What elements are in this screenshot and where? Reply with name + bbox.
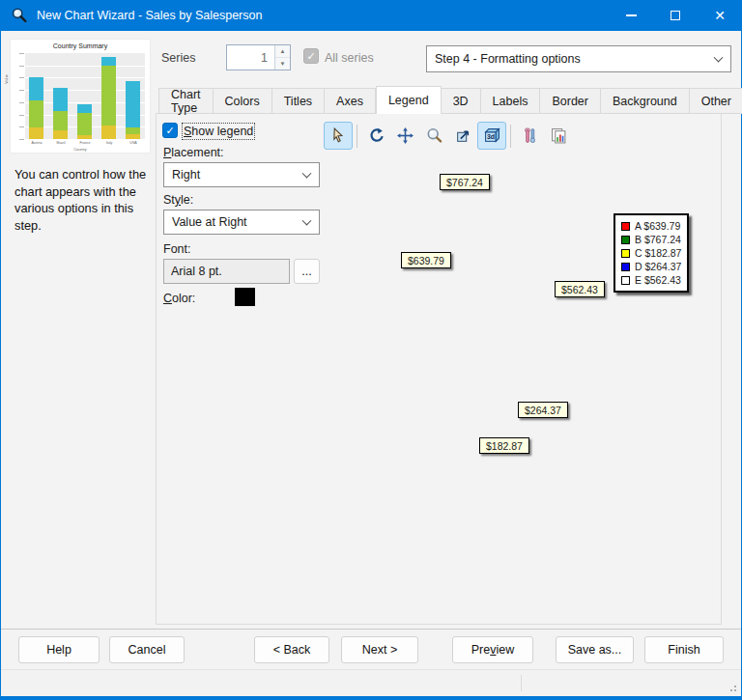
legend-item-label: B $767.24 xyxy=(635,234,681,245)
spinner-up-icon[interactable]: ▲ xyxy=(275,45,290,58)
back-button[interactable]: < Back xyxy=(254,636,329,663)
thumbnail-bar xyxy=(29,77,43,139)
tab-background[interactable]: Background xyxy=(601,88,690,114)
font-field: Arial 8 pt. xyxy=(163,259,290,284)
thumbnail-x-tick-label: Brazil xyxy=(54,141,68,145)
thumbnail-y-axis-label: Value xyxy=(5,74,9,84)
thumbnail-bar-segment xyxy=(53,88,68,111)
help-button[interactable]: Help xyxy=(18,636,100,663)
tab-colors[interactable]: Colors xyxy=(214,88,272,114)
footer-separator xyxy=(1,629,741,630)
cube-3d-tool-button[interactable]: 3d xyxy=(477,122,506,150)
cursor-tool-button[interactable] xyxy=(324,122,353,150)
close-button[interactable]: ✕ xyxy=(698,0,742,31)
legend-item-label: E $562.43 xyxy=(635,274,681,286)
step-selector-combobox[interactable]: Step 4 - Formatting options xyxy=(426,45,731,72)
thumbnail-chart-title: Country Summary xyxy=(11,42,150,49)
thumbnail-bar-segment xyxy=(53,130,68,139)
tab-other[interactable]: Other xyxy=(690,88,742,114)
tab-titles[interactable]: Titles xyxy=(272,88,325,114)
style-value: Value at Right xyxy=(172,215,247,229)
font-value: Arial 8 pt. xyxy=(171,265,222,278)
font-browse-button[interactable]: ... xyxy=(294,259,320,284)
legend-item: B $767.24 xyxy=(615,233,687,246)
thumbnail-bar-segment xyxy=(29,77,43,100)
placement-combobox[interactable]: Right xyxy=(163,162,320,187)
placement-label: Placement: xyxy=(163,146,224,159)
resize-grip[interactable] xyxy=(727,682,736,691)
tab-axes[interactable]: Axes xyxy=(325,88,376,114)
font-color-swatch[interactable] xyxy=(235,288,255,306)
thumbnail-x-axis-label: Country xyxy=(35,148,126,152)
tab-chart-type[interactable]: Chart Type xyxy=(158,88,214,114)
legend-swatch xyxy=(621,276,630,285)
legend-item-label: A $639.79 xyxy=(635,220,680,232)
thumbnail-y-tick xyxy=(19,90,24,91)
chart-legend-box[interactable]: A $639.79B $767.24C $182.87D $264.37E $5… xyxy=(614,213,689,293)
thumbnail-bar-segment xyxy=(29,100,43,128)
thumbnail-bar xyxy=(101,57,116,139)
chart-wizard-window: New Chart Wizard - Sales by Salesperson … xyxy=(0,0,742,700)
legend-item-label: D $264.37 xyxy=(635,261,681,272)
thumbnail-bar-segment xyxy=(126,127,140,134)
title-bar: New Chart Wizard - Sales by Salesperson … xyxy=(0,0,742,31)
finish-button[interactable]: Finish xyxy=(644,636,724,663)
style-label: Style: xyxy=(163,193,193,207)
preview-button[interactable]: Preview xyxy=(452,636,533,663)
tools-tool-button[interactable] xyxy=(515,122,544,150)
value-callout[interactable]: $562.43 xyxy=(555,281,605,297)
style-combobox[interactable]: Value at Right xyxy=(163,210,320,235)
move-tool-button[interactable] xyxy=(390,122,419,150)
wizard-help-text: You can control how the chart appears wi… xyxy=(14,166,150,235)
thumbnail-bar-segment xyxy=(29,127,43,139)
minimize-button[interactable] xyxy=(609,0,653,31)
status-bar xyxy=(1,669,741,696)
chevron-down-icon xyxy=(302,216,312,226)
series-value: 1 xyxy=(227,45,273,70)
legend-item: C $182.87 xyxy=(615,246,687,260)
thumbnail-y-tick xyxy=(19,77,24,78)
font-label: Font: xyxy=(163,242,191,256)
legend-item-label: C $182.87 xyxy=(635,247,681,259)
legend-swatch xyxy=(621,249,630,258)
next-button[interactable]: Next > xyxy=(341,636,418,663)
thumbnail-x-tick-label: Italy xyxy=(102,141,116,145)
value-callout[interactable]: $182.87 xyxy=(479,437,529,454)
zoom-magnifier-tool-button[interactable] xyxy=(419,122,448,150)
save-as-button[interactable]: Save as... xyxy=(556,636,634,663)
cancel-button[interactable]: Cancel xyxy=(109,636,185,663)
thumbnail-bar-segment xyxy=(101,57,116,67)
wizard-preview-thumbnail: Country Summary AustriaBrazilFranceItaly… xyxy=(10,39,151,154)
thumbnail-x-tick-label: Austria xyxy=(30,141,43,145)
all-series-checkbox[interactable]: ✓ xyxy=(303,48,319,64)
tab-3d[interactable]: 3D xyxy=(442,88,481,114)
legend-swatch xyxy=(621,236,630,244)
rotate-tool-button[interactable] xyxy=(361,122,390,150)
tab-strip: Chart TypeColorsTitlesAxesLegend3DLabels… xyxy=(158,86,742,114)
legend-item: E $562.43 xyxy=(615,273,687,287)
window-title: New Chart Wizard - Sales by Salesperson xyxy=(37,9,262,22)
placement-value: Right xyxy=(172,168,200,182)
chevron-down-icon xyxy=(714,53,724,63)
spinner-down-icon[interactable]: ▼ xyxy=(275,58,290,70)
thumbnail-y-tick xyxy=(19,102,24,103)
series-spinner[interactable]: 1 ▲ ▼ xyxy=(226,44,291,70)
legend-swatch xyxy=(621,263,630,271)
chart-toolbar: 3d xyxy=(324,121,573,151)
depth-tool-button[interactable] xyxy=(448,122,477,150)
thumbnail-bar-segment xyxy=(101,66,116,125)
thumbnail-y-tick xyxy=(19,115,24,116)
maximize-button[interactable] xyxy=(653,0,698,31)
value-callout[interactable]: $264.37 xyxy=(518,402,568,418)
value-callout[interactable]: $639.79 xyxy=(401,252,451,268)
tab-border[interactable]: Border xyxy=(540,88,601,114)
toolbar-separator xyxy=(510,125,511,148)
chart-gallery-tool-button[interactable] xyxy=(544,122,573,150)
tab-labels[interactable]: Labels xyxy=(481,88,541,114)
show-legend-checkbox[interactable]: ✓ xyxy=(162,123,178,138)
value-callout[interactable]: $767.24 xyxy=(440,174,490,190)
thumbnail-bar-segment xyxy=(77,104,92,113)
thumbnail-bar xyxy=(53,88,68,139)
tab-legend[interactable]: Legend xyxy=(376,86,442,114)
thumbnail-bar-segment xyxy=(126,81,140,126)
